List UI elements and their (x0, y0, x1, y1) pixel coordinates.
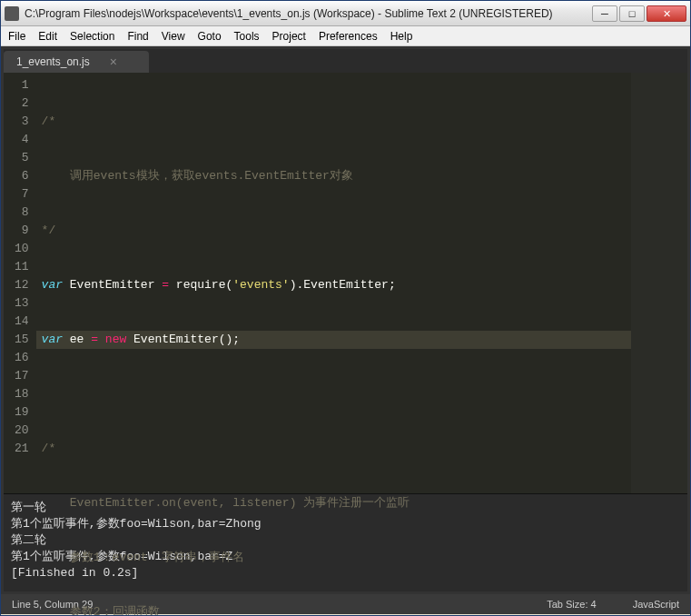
code-line: */ (36, 222, 631, 240)
line-number: 4 (15, 131, 29, 149)
minimize-button[interactable]: ─ (592, 5, 617, 22)
menu-tools[interactable]: Tools (234, 30, 260, 43)
minimap[interactable] (631, 73, 687, 493)
menu-find[interactable]: Find (127, 30, 148, 43)
tab-close-icon[interactable]: × (110, 55, 117, 69)
menu-preferences[interactable]: Preferences (319, 30, 378, 43)
code-line: 调用events模块，获取events.EventEmitter对象 (36, 167, 631, 185)
close-button[interactable]: ✕ (647, 5, 686, 22)
line-number: 10 (15, 240, 29, 258)
status-language[interactable]: JavaScript (633, 599, 679, 610)
menu-goto[interactable]: Goto (198, 30, 222, 43)
tab-label: 1_events_on.js (16, 55, 90, 68)
menu-help[interactable]: Help (390, 30, 413, 43)
line-number: 20 (15, 422, 29, 440)
line-number: 9 (15, 222, 29, 240)
line-number: 21 (15, 440, 29, 458)
line-number: 17 (15, 367, 29, 385)
maximize-button[interactable]: □ (619, 5, 645, 22)
code-line: /* (36, 113, 631, 131)
line-number: 1 (15, 76, 29, 94)
line-number: 14 (15, 313, 29, 331)
menu-file[interactable]: File (8, 30, 25, 43)
window-title: C:\Program Files\nodejs\Workspace\events… (25, 7, 592, 20)
editor[interactable]: 1 2 3 4 5 6 7 8 9 10 11 12 13 14 15 16 1… (4, 73, 687, 493)
line-number: 12 (15, 276, 29, 294)
line-number: 16 (15, 349, 29, 367)
line-number: 8 (15, 204, 29, 222)
code-line: 参数2：回调函数 (36, 603, 631, 616)
menu-selection[interactable]: Selection (70, 30, 114, 43)
code-area[interactable]: /* 调用events模块，获取events.EventEmitter对象 */… (36, 73, 631, 493)
code-line: EventEmitter.on(event, listener) 为事件注册一个… (36, 494, 631, 512)
menu-project[interactable]: Project (272, 30, 306, 43)
menu-view[interactable]: View (162, 30, 185, 43)
line-number: 3 (15, 113, 29, 131)
app-icon (5, 6, 19, 21)
client-area: 1_events_on.js × 1 2 3 4 5 6 7 8 9 10 11… (1, 46, 690, 594)
code-line-active: var ee = new EventEmitter(); (36, 331, 631, 349)
line-number: 19 (15, 403, 29, 422)
line-number: 15 (15, 331, 29, 349)
window-controls: ─ □ ✕ (592, 5, 686, 22)
line-number: 18 (15, 385, 29, 403)
menubar: File Edit Selection Find View Goto Tools… (1, 26, 690, 46)
code-line: 参数1：event 字符串，事件名 (36, 549, 631, 567)
menu-edit[interactable]: Edit (38, 30, 57, 43)
tabstrip: 1_events_on.js × (4, 49, 687, 73)
line-number: 2 (15, 94, 29, 113)
gutter: 1 2 3 4 5 6 7 8 9 10 11 12 13 14 15 16 1… (4, 73, 36, 493)
window-titlebar: C:\Program Files\nodejs\Workspace\events… (1, 1, 690, 26)
code-line (36, 385, 631, 403)
line-number: 7 (15, 185, 29, 204)
line-number: 13 (15, 294, 29, 313)
line-number: 11 (15, 258, 29, 276)
line-number: 6 (15, 167, 29, 185)
code-line: var EventEmitter = require('events').Eve… (36, 276, 631, 294)
code-line: /* (36, 440, 631, 458)
line-number: 5 (15, 149, 29, 167)
tab-file[interactable]: 1_events_on.js × (4, 51, 149, 73)
